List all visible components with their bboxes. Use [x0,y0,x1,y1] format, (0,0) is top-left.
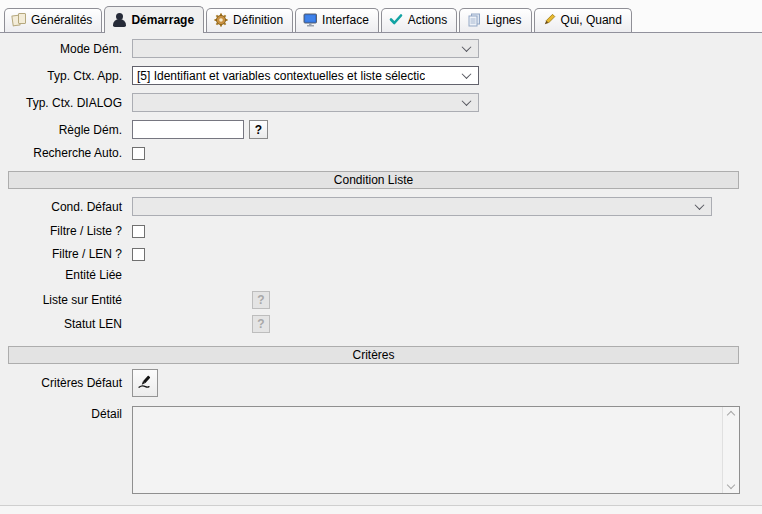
typ-ctx-app-value: [5] Identifiant et variables contextuell… [133,69,425,83]
regle-dem-help-button[interactable]: ? [249,120,268,139]
chevron-down-icon [462,42,472,52]
writing-hand-icon [137,374,153,393]
tab-lignes[interactable]: Lignes [459,8,531,32]
scroll-up-icon[interactable] [727,411,735,419]
gear-icon [214,13,229,27]
filtre-liste-row: Filtre / Liste ? [0,224,145,238]
user-bust-icon [112,13,127,27]
tab-label: Généralités [31,13,92,27]
checkmark-icon [389,13,404,27]
mode-dem-select[interactable] [132,39,479,58]
entite-liee-label: Entité Liée [0,268,122,282]
mode-dem-row: Mode Dém. [0,39,479,58]
regle-dem-row: Règle Dém. ? [0,120,268,139]
pencil-icon [542,13,557,27]
statut-len-help-button: ? [252,315,270,333]
typ-ctx-app-label: Typ. Ctx. App. [0,69,122,83]
mode-dem-label: Mode Dém. [0,42,122,56]
detail-label: Détail [0,407,122,421]
tab-actions[interactable]: Actions [381,8,457,32]
scroll-down-icon[interactable] [727,481,735,489]
notes-icon [12,13,27,27]
condition-liste-section-header: Condition Liste [8,171,739,189]
chevron-down-icon [462,69,472,79]
criteres-defaut-label: Critères Défaut [0,376,122,390]
liste-sur-entite-label: Liste sur Entité [0,293,122,307]
detail-scrollbar[interactable] [722,407,739,493]
tab-label: Lignes [486,13,521,27]
criteres-defaut-row: Critères Défaut [0,369,158,397]
liste-sur-entite-row: Liste sur Entité ? [0,291,270,309]
regle-dem-label: Règle Dém. [0,123,122,137]
typ-ctx-dialog-row: Typ. Ctx. DIALOG [0,93,479,112]
cond-defaut-label: Cond. Défaut [0,200,122,214]
criteres-defaut-edit-button[interactable] [132,369,158,397]
recherche-auto-row: Recherche Auto. [0,146,145,160]
demarrage-form-panel: Généralités Démarrage Définition [0,0,762,514]
chevron-down-icon [462,96,472,106]
tab-bar: Généralités Démarrage Définition [0,0,762,33]
recherche-auto-label: Recherche Auto. [0,146,122,160]
filtre-len-checkbox[interactable] [132,248,145,261]
tab-label: Démarrage [131,13,194,27]
statut-len-row: Statut LEN ? [0,315,270,333]
cond-defaut-select[interactable] [132,197,712,216]
detail-row: Détail [0,407,132,421]
typ-ctx-dialog-label: Typ. Ctx. DIALOG [0,96,122,110]
entite-liee-row: Entité Liée [0,268,132,282]
tab-interface[interactable]: Interface [295,8,379,32]
recherche-auto-checkbox[interactable] [132,147,145,160]
filtre-len-label: Filtre / LEN ? [0,247,122,261]
detail-textarea[interactable] [132,406,740,494]
tab-qui-quand[interactable]: Qui, Quand [534,8,632,32]
criteres-section-header: Critères [8,346,739,364]
tab-label: Définition [233,13,283,27]
tab-generalites[interactable]: Généralités [4,8,102,32]
cond-defaut-row: Cond. Défaut [0,197,712,216]
tab-label: Qui, Quand [561,13,622,27]
typ-ctx-app-row: Typ. Ctx. App. [5] Identifiant et variab… [0,66,479,85]
tab-definition[interactable]: Définition [206,8,293,32]
liste-sur-entite-help-button: ? [252,291,270,309]
typ-ctx-dialog-select[interactable] [132,93,479,112]
tab-demarrage[interactable]: Démarrage [104,6,204,33]
chevron-down-icon [695,200,705,210]
monitor-icon [303,13,318,27]
pages-icon [467,13,482,27]
bottom-edge [0,505,762,514]
filtre-len-row: Filtre / LEN ? [0,247,145,261]
tab-label: Interface [322,13,369,27]
filtre-liste-label: Filtre / Liste ? [0,224,122,238]
filtre-liste-checkbox[interactable] [132,225,145,238]
tab-label: Actions [408,13,447,27]
statut-len-label: Statut LEN [0,317,122,331]
typ-ctx-app-select[interactable]: [5] Identifiant et variables contextuell… [132,66,479,85]
regle-dem-input[interactable] [132,120,244,139]
